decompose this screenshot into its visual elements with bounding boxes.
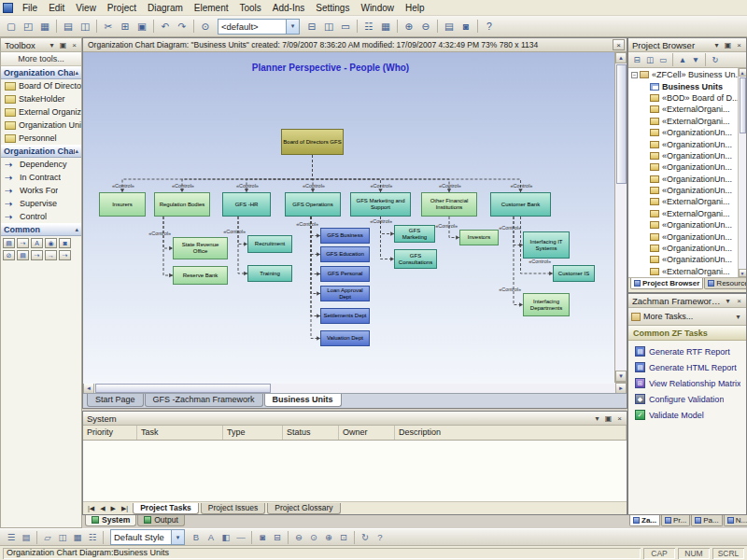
right-tab-n[interactable]: N... [724,515,747,526]
camera-icon[interactable]: ◙ [255,530,270,544]
document-icon[interactable]: ▤ [17,250,29,260]
redo-icon[interactable]: ↷ [174,19,190,35]
org-node-valuation-dept[interactable]: Valuation Dept [320,330,370,346]
tree-item-organizationun[interactable]: «OrganizationUn... [628,174,738,185]
close-icon[interactable]: × [69,40,79,50]
dock-tab-system[interactable]: System [85,515,136,526]
org-node-regulation-bodies[interactable]: Regulation Bodies [154,192,210,217]
vertical-scroll-thumb[interactable] [616,64,627,184]
diagram-icon[interactable]: ◫ [320,19,337,35]
org-node-gfs-education[interactable]: GFS Education [320,246,370,262]
hyperlink-icon[interactable]: ◉ [45,238,57,248]
org-node-gfs-marketing[interactable]: GFS Marketing [394,225,435,243]
zf-task-configure-validation[interactable]: ◆Configure Validation [628,391,746,407]
scroll-down-icon[interactable]: ▼ [739,269,747,277]
trace-icon[interactable]: ⇢ [59,250,71,260]
toolbox-item-in-contract[interactable]: ⇢In Contract [1,171,81,184]
undo-icon[interactable]: ↶ [157,19,174,35]
toolbox-item-control[interactable]: ⇢Control [1,210,81,223]
tree-item-organizationun[interactable]: «OrganizationUn... [628,254,738,265]
note-icon[interactable]: ▤ [441,19,458,35]
org-node-interfacing-departments[interactable]: Interfacing Departments [523,293,570,316]
prev-record-icon[interactable]: ◀ [97,505,107,512]
org-node-board-of-directors-gfs[interactable]: Board of Directors GFS [281,129,344,155]
realization-icon[interactable]: → [45,250,57,260]
chevron-down-icon[interactable]: ▾ [47,40,57,50]
help-icon[interactable]: ? [373,530,388,544]
close-icon[interactable]: × [734,40,744,50]
layout-icon[interactable]: ☷ [85,530,100,544]
org-node-interfacing-it-systems[interactable]: Interfacing IT Systems [523,231,570,259]
tree-item-organizationun[interactable]: «OrganizationUn... [628,138,738,149]
menu-window[interactable]: Window [355,2,400,14]
close-icon[interactable]: × [613,39,625,50]
dock-tab-output[interactable]: Output [137,515,185,526]
folder-icon[interactable]: ▱ [40,530,55,544]
zoom-out-icon[interactable]: ⊖ [291,530,306,544]
tree-item-bod-board-of-d[interactable]: «BOD» Board of D... [628,92,738,104]
tree-item-organizationun[interactable]: «OrganizationUn... [628,219,738,231]
org-node-recruitment[interactable]: Recruitment [247,235,292,253]
org-node-gfs-hr[interactable]: GFS -HR [222,192,271,217]
zoom-in-icon[interactable]: ⊕ [321,530,336,544]
toolbox-item-supervise[interactable]: ⇢Supervise [1,197,81,210]
diagram-icon[interactable]: ◫ [643,53,656,66]
scroll-up-icon[interactable]: ▲ [615,52,627,63]
chevron-down-icon[interactable]: ▾ [723,296,733,306]
default-combo[interactable]: <default>▾ [218,19,300,35]
org-node-gfs-consultations[interactable]: GFS Consultations [394,249,437,269]
column-header-owner[interactable]: Owner [339,426,395,440]
next-record-icon[interactable]: ▶ [108,505,119,512]
pin-icon[interactable]: ▣ [58,40,68,50]
package-icon[interactable]: ⊟ [303,19,320,35]
tree-item-organizationun[interactable]: «OrganizationUn... [628,127,738,138]
menu-diagram[interactable]: Diagram [142,2,189,14]
tree-item-organizationun[interactable]: «OrganizationUn... [628,243,738,254]
grid-icon[interactable]: ▦ [70,530,85,544]
zoom-out-icon[interactable]: ⊖ [417,19,434,35]
package-icon[interactable]: ⊟ [630,53,643,66]
toolbox-section-header-1[interactable]: Organization Char...▴ [1,145,81,158]
tree-item-organizationun[interactable]: «OrganizationUn... [628,185,738,196]
find-icon[interactable]: ⊙ [197,19,214,35]
horizontal-scroll-thumb[interactable] [95,384,271,393]
toolbox-section-header-2[interactable]: Common▴ [1,223,81,236]
line-icon[interactable]: — [233,530,248,544]
layout-icon[interactable]: ☷ [360,19,377,35]
font-icon[interactable]: A [204,530,218,544]
toolbox-item-works-for[interactable]: ⇢Works For [1,184,81,197]
toolbox-item-dependency[interactable]: ⇢Dependency [1,158,81,171]
org-node-state-revenue-office[interactable]: State Revenue Office [173,237,228,259]
org-node-reserve-bank[interactable]: Reserve Bank [173,266,228,285]
zoom-icon[interactable]: ⊙ [306,530,321,544]
menu-help[interactable]: Help [400,2,430,14]
org-node-gfs-marketing-and-support[interactable]: GFS Marketing and Support [350,192,411,217]
tree-item-externalorgani[interactable]: «ExternalOrgani... [628,266,738,277]
chevron-down-icon[interactable]: ▾ [712,40,722,50]
tree-item-organizationun[interactable]: «OrganizationUn... [628,231,738,242]
tree-item-business-units[interactable]: Business Units [628,80,738,91]
org-node-gfs-personal[interactable]: GFS Personal [320,266,370,282]
column-header-status[interactable]: Status [283,426,339,440]
new-icon[interactable]: ▢ [3,19,20,35]
menu-project[interactable]: Project [102,2,142,14]
tab-start-page[interactable]: Start Page [87,394,144,407]
tab-project-tasks[interactable]: Project Tasks [133,503,199,514]
scroll-right-icon[interactable]: ► [615,383,627,394]
print-preview-icon[interactable]: ◫ [77,19,93,35]
element-icon[interactable]: ▭ [337,19,354,35]
org-node-other-financial-institutions[interactable]: Other Financial Institutions [421,192,477,217]
help-icon[interactable]: ? [481,19,498,35]
diagram-canvas[interactable]: «Control»«Control»«Control»«Control»«Con… [83,52,614,384]
zf-task-generate-rtf-report[interactable]: ▤Generate RTF Report [628,343,746,359]
vertical-scrollbar[interactable]: ▲ ▼ [614,52,627,382]
zf-task-generate-html-report[interactable]: ▤Generate HTML Report [628,359,746,375]
zf-task-validate-model[interactable]: ✓Validate Model [628,407,746,423]
color-icon[interactable]: ◧ [218,530,233,544]
right-tab-pa[interactable]: Pa... [691,515,722,526]
more-tools-button[interactable]: More tools... [1,52,81,66]
camera-icon[interactable]: ◙ [458,19,474,35]
element-icon[interactable]: ▭ [656,53,669,66]
menu-add-ins[interactable]: Add-Ins [267,2,310,14]
tree-scroll-thumb[interactable] [740,77,746,133]
